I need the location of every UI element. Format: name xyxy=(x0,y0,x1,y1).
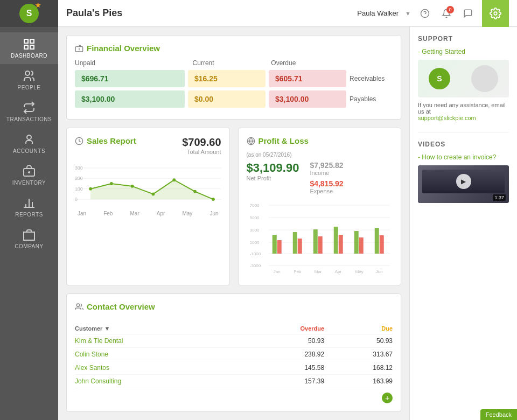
pl-income: $7,925.82 xyxy=(310,161,343,170)
main-content: Financial Overview Unpaid Current Overdu… xyxy=(58,27,409,420)
svg-point-35 xyxy=(152,192,155,195)
sidebar-item-reports[interactable]: REPORTS xyxy=(0,191,58,223)
user-dropdown-arrow[interactable]: ▼ xyxy=(405,10,411,17)
svg-rect-58 xyxy=(318,236,322,254)
svg-point-5 xyxy=(27,135,31,139)
payables-overdue: $3,100.00 xyxy=(269,90,346,108)
app-container: S ★ DASHBOARD PEOPLE TRANSACTIONS xyxy=(0,0,517,420)
svg-text:Jun: Jun xyxy=(375,269,382,274)
contact-table: Customer ▼ Overdue Due Kim & Tie Dental … xyxy=(75,323,393,388)
svg-text:1000: 1000 xyxy=(249,240,259,245)
svg-rect-64 xyxy=(379,235,383,254)
contact-name-1[interactable]: Colin Stone xyxy=(75,348,241,361)
sidebar-label-transactions: TRANSACTIONS xyxy=(6,116,52,122)
svg-text:3000: 3000 xyxy=(249,228,259,233)
accounts-icon xyxy=(23,133,36,146)
panel-divider xyxy=(418,132,509,132)
sidebar-item-company[interactable]: COMPANY xyxy=(0,223,58,255)
support-avatar xyxy=(471,65,498,92)
svg-text:300: 300 xyxy=(75,165,83,171)
notifications-icon[interactable]: 0 xyxy=(439,6,454,21)
contact-overdue-0: 50.93 xyxy=(241,334,324,348)
svg-marker-31 xyxy=(90,180,213,199)
profit-loss-card: Profit & Loss (as on 05/27/2016) $3,109.… xyxy=(238,128,402,285)
topbar-right: Paula Walker ▼ 0 xyxy=(357,0,509,27)
sidebar-label-accounts: ACCOUNTS xyxy=(13,148,45,154)
svg-text:100: 100 xyxy=(75,186,83,192)
sales-report-card: Sales Report $709.60 Total Amount xyxy=(66,128,230,285)
pl-net-label: Net Profit xyxy=(247,175,299,181)
contact-overview-title: Contact Overview xyxy=(75,302,155,311)
svg-rect-0 xyxy=(24,39,28,43)
add-contact-button[interactable]: + xyxy=(382,393,393,403)
svg-rect-53 xyxy=(272,235,276,254)
contact-name-2[interactable]: Alex Santos xyxy=(75,361,241,375)
video-thumbnail[interactable]: ▶ 1:37 xyxy=(418,165,509,203)
svg-text:5000: 5000 xyxy=(249,215,259,220)
fin-row-receivables: $696.71 $16.25 $605.71 Receivables xyxy=(75,70,393,87)
svg-text:Feb: Feb xyxy=(294,269,301,274)
sidebar-item-inventory[interactable]: INVENTORY xyxy=(0,159,58,191)
svg-text:-1000: -1000 xyxy=(249,251,261,256)
receivables-label: Receivables xyxy=(350,75,393,82)
svg-rect-60 xyxy=(338,235,343,254)
sidebar-item-transactions[interactable]: TRANSACTIONS xyxy=(0,96,58,128)
sidebar-item-dashboard[interactable]: DASHBOARD xyxy=(0,32,58,64)
transactions-icon xyxy=(23,101,36,114)
sales-total-label: Total Amount xyxy=(182,149,221,155)
pl-expense-label: Expense xyxy=(310,188,343,194)
pl-expense: $4,815.92 xyxy=(310,179,343,188)
support-logo: S xyxy=(429,68,450,89)
user-menu[interactable]: Paula Walker xyxy=(357,9,399,17)
pl-net-profit: $3,109.90 xyxy=(247,161,299,175)
payables-unpaid: $3,100.00 xyxy=(75,90,185,108)
support-email[interactable]: support@slickpie.com xyxy=(418,115,476,121)
table-row: Kim & Tie Dental 50.93 50.93 xyxy=(75,334,393,348)
svg-point-71 xyxy=(76,304,79,306)
fin-row-payables: $3,100.00 $0.00 $3,100.00 Payables xyxy=(75,90,393,108)
sales-pl-row: Sales Report $709.60 Total Amount xyxy=(66,128,401,285)
sidebar-item-people[interactable]: PEOPLE xyxy=(0,64,58,96)
sales-chart: 300 200 100 0 xyxy=(75,159,221,208)
svg-rect-56 xyxy=(297,239,302,254)
content-area: Financial Overview Unpaid Current Overdu… xyxy=(58,27,517,420)
svg-point-36 xyxy=(172,178,176,181)
sidebar-label-company: COMPANY xyxy=(15,243,43,249)
getting-started-link[interactable]: - Getting Started xyxy=(418,48,509,55)
sales-chart-labels: Jan Feb Mar Apr May Jun xyxy=(75,211,221,216)
sidebar-item-accounts[interactable]: ACCOUNTS xyxy=(0,128,58,159)
contact-overdue-1: 238.92 xyxy=(241,348,324,361)
bank-icon xyxy=(75,44,83,53)
inventory-icon xyxy=(23,165,36,178)
financial-overview-card: Financial Overview Unpaid Current Overdu… xyxy=(66,35,401,120)
help-icon[interactable] xyxy=(417,6,432,21)
payables-current: $0.00 xyxy=(188,90,266,108)
svg-point-32 xyxy=(89,187,92,191)
page-title: Paula's Pies xyxy=(66,8,122,19)
messages-icon[interactable] xyxy=(460,6,476,21)
table-row: John Consulting 157.39 163.99 xyxy=(75,375,393,388)
svg-point-33 xyxy=(110,182,113,185)
col-due: Due xyxy=(324,323,393,334)
sidebar-label-dashboard: DASHBOARD xyxy=(11,53,47,59)
pl-chart: 7000 5000 3000 1000 -1000 -3000 xyxy=(247,200,393,275)
contact-name-0[interactable]: Kim & Tie Dental xyxy=(75,334,241,348)
feedback-button[interactable]: Feedback xyxy=(480,409,517,420)
svg-rect-13 xyxy=(24,232,34,240)
clock-icon xyxy=(75,137,83,145)
how-to-invoice-link[interactable]: - How to create an invoice? xyxy=(418,153,509,161)
svg-rect-57 xyxy=(313,229,317,254)
svg-point-34 xyxy=(131,185,134,188)
video-play-button[interactable]: ▶ xyxy=(456,174,471,189)
col-customer[interactable]: Customer ▼ xyxy=(75,323,241,334)
main-area: Paula's Pies Paula Walker ▼ 0 xyxy=(58,0,517,420)
svg-rect-2 xyxy=(24,45,28,49)
svg-point-19 xyxy=(494,12,497,15)
contact-name-3[interactable]: John Consulting xyxy=(75,375,241,388)
contact-due-3: 163.99 xyxy=(324,375,393,388)
settings-button[interactable] xyxy=(482,0,509,27)
svg-text:0: 0 xyxy=(75,197,78,202)
reports-icon xyxy=(23,197,36,209)
profit-loss-title: Profit & Loss xyxy=(247,136,393,145)
notification-badge: 0 xyxy=(446,6,454,13)
